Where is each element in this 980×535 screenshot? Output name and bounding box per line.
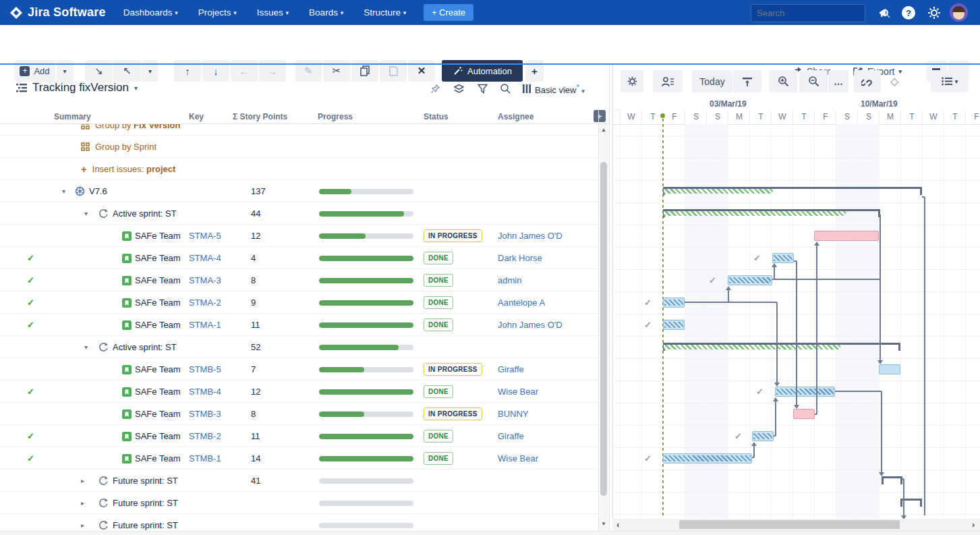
gantt-task-bar[interactable] [793,409,815,419]
scroll-left-icon[interactable]: ‹ [616,519,619,530]
table-row[interactable]: ▾Active sprint: ST44 [0,202,598,225]
issue-key-link[interactable]: STMA-1 [189,314,228,336]
table-row[interactable]: ✓SAFe TeamSTMA-44DONEDark Horse [0,247,598,269]
assignee-link[interactable]: Dark Horse [498,247,596,269]
gantt-settings-button[interactable] [621,70,643,92]
search-box[interactable] [751,4,865,22]
nav-menu-structure[interactable]: Structure ▾ [364,7,406,18]
group-summary[interactable]: Future sprint: ST [113,492,187,514]
issue-key-link[interactable]: STMA-3 [189,269,228,291]
gantt-task-bar[interactable] [772,253,794,263]
issue-key-link[interactable]: STMB-1 [189,447,228,470]
scroll-up-icon[interactable]: ▲ [601,127,606,133]
gantt-group-bar[interactable] [882,476,902,478]
issue-key-link[interactable]: STMB-3 [189,403,228,425]
gantt-task-bar[interactable] [814,231,879,241]
gantt-task-bar[interactable] [663,453,752,463]
structure-title[interactable]: Tracking fixVersion ▾ [16,81,138,94]
settings-gear-icon[interactable] [927,5,942,20]
gantt-scrollbar-thumb[interactable] [679,520,900,529]
col-key[interactable]: Key [189,112,204,121]
generator-label[interactable]: Group by Fix Version [95,124,180,130]
table-row[interactable]: ✓SAFe TeamSTMB-211DONEGiraffe [0,425,598,447]
layers-icon[interactable] [451,82,466,95]
scrollbar-thumb[interactable] [600,162,607,496]
assignee-link[interactable]: admin [498,269,596,291]
issue-summary[interactable]: SAFe Team [135,447,185,470]
announcements-megaphone-icon[interactable] [877,5,892,20]
assignee-link[interactable]: BUNNY [498,403,596,425]
table-row[interactable]: ✓SAFe TeamSTMA-29DONEAantelope A [0,291,598,314]
table-row[interactable]: ✓SAFe TeamSTMB-114DONEWise Bear [0,447,598,470]
col-assignee[interactable]: Assignee [498,112,534,121]
gantt-group-bar[interactable] [663,187,922,189]
group-summary[interactable]: V7.6 [89,180,163,202]
col-progress[interactable]: Progress [318,112,353,121]
issue-key-link[interactable]: STMA-2 [189,291,228,314]
nav-menu-issues[interactable]: Issues ▾ [257,7,289,18]
generator-label[interactable]: Insert issues: project [92,164,176,174]
columns-icon[interactable] [519,82,534,95]
table-row[interactable]: ▸Future sprint: ST [0,492,598,514]
issue-summary[interactable]: SAFe Team [135,381,185,403]
issue-summary[interactable]: SAFe Team [135,425,185,447]
view-selector[interactable]: Basic view* ▾ [535,83,585,95]
issue-summary[interactable]: SAFe Team [135,225,185,247]
filter-icon[interactable] [475,82,490,95]
table-row[interactable]: ▸Future sprint: ST41 [0,470,598,492]
issue-key-link[interactable]: STMB-2 [189,425,228,447]
gantt-group-bar[interactable] [663,343,900,345]
expander-open[interactable]: ▾ [84,202,88,225]
expander-closed[interactable]: ▸ [81,470,84,492]
table-row[interactable]: SAFe TeamSTMB-38IN PROGRESSBUNNY [0,403,598,425]
col-story-points[interactable]: Σ Story Points [233,112,287,121]
table-row[interactable]: ✓SAFe TeamSTMA-38DONEadmin [0,269,598,291]
generator-label[interactable]: Group by Sprint [95,142,156,152]
jira-logo[interactable]: Jira Software [9,5,106,20]
user-avatar[interactable] [950,3,968,22]
help-icon[interactable]: ? [901,5,916,20]
milestone-diamond-icon[interactable]: ◇ [890,75,898,88]
gantt-task-bar[interactable] [663,320,685,330]
assignee-link[interactable]: Aantelope A [498,291,596,314]
expander-open[interactable]: ▾ [84,336,88,358]
title-chevron-icon[interactable]: ▾ [134,84,138,92]
issue-key-link[interactable]: STMA-5 [189,225,228,247]
assignee-link[interactable]: John James O'D [498,314,596,336]
gantt-task-bar[interactable] [663,298,685,308]
issue-key-link[interactable]: STMB-4 [189,381,228,403]
table-row[interactable]: Group by Fix Version [0,124,598,136]
assignee-link[interactable]: Giraffe [498,425,596,447]
zoom-in-button[interactable] [769,70,797,92]
gantt-group-bar[interactable] [663,209,880,211]
nav-menu-boards[interactable]: Boards ▾ [309,7,343,18]
issue-key-link[interactable]: STMB-5 [189,358,228,381]
dependency-link-button[interactable] [854,70,881,92]
pin-icon[interactable] [428,82,442,95]
issue-summary[interactable]: SAFe Team [135,403,185,425]
zoom-out-button[interactable] [799,70,828,92]
panel-search-icon[interactable] [498,82,513,95]
expander-closed[interactable]: ▸ [81,492,84,514]
create-button[interactable]: + Create [424,4,473,21]
nav-menu-dashboards[interactable]: Dashboards ▾ [123,7,178,18]
gantt-task-bar[interactable] [775,387,835,397]
assignee-link[interactable]: Wise Bear [498,447,596,470]
table-row[interactable]: ▾Active sprint: ST52 [0,336,598,358]
col-summary[interactable]: Summary [54,112,91,121]
assignee-link[interactable]: Giraffe [498,358,596,381]
gantt-task-bar[interactable] [728,275,772,285]
search-input[interactable] [751,8,881,18]
table-row[interactable]: Group by Sprint [0,136,598,158]
issue-summary[interactable]: SAFe Team [135,291,185,314]
table-row[interactable]: ▾V7.6137 [0,180,598,202]
issue-summary[interactable]: SAFe Team [135,247,185,269]
table-row[interactable]: ✓SAFe TeamSTMA-111DONEJohn James O'D [0,314,598,336]
expander-open[interactable]: ▾ [62,180,65,202]
group-summary[interactable]: Future sprint: ST [113,470,187,492]
today-button[interactable]: Today [692,70,732,92]
scroll-down-icon[interactable]: ▼ [601,521,606,527]
resources-button[interactable] [653,70,683,92]
assignee-link[interactable]: John James O'D [498,225,596,247]
add-column-button[interactable]: + [594,110,606,122]
